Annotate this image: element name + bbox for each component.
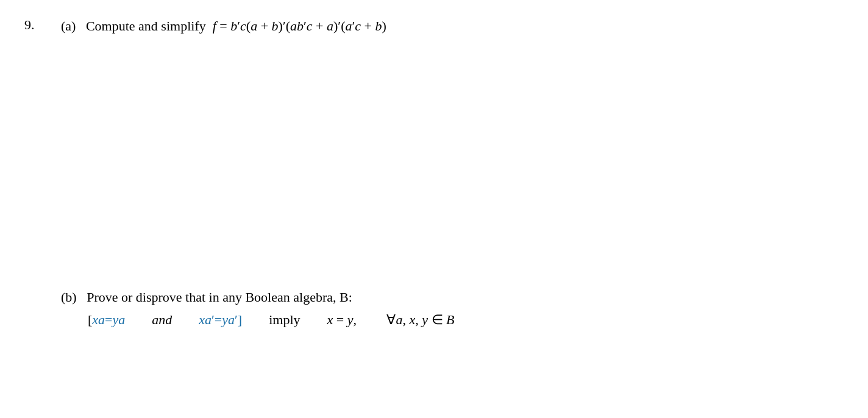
and-text: and (152, 312, 172, 327)
part-a-content: (a) Compute and simplify f = b′c(a + b)′… (61, 18, 386, 34)
xa-prime-ya-prime: xa (199, 312, 212, 327)
xa-ya: xa (92, 312, 105, 327)
page-container: 9. (a) Compute and simplify f = b′c(a + … (0, 0, 868, 418)
forall-expression: ∀a, x, y ∈ B (386, 312, 454, 327)
imply-text: imply (269, 312, 300, 327)
part-b: (b) Prove or disprove that in any Boolea… (61, 286, 454, 330)
part-b-line2: [xa=ya and xa′=ya′] imply x = y, ∀a, x, … (61, 309, 454, 330)
problem-number: 9. (24, 17, 35, 33)
part-a: (a) Compute and simplify f = b′c(a + b)′… (61, 17, 386, 36)
part-b-line1: (b) Prove or disprove that in any Boolea… (61, 286, 454, 308)
part-a-label: (a) (61, 18, 76, 34)
x-equals-y: x (327, 312, 333, 327)
